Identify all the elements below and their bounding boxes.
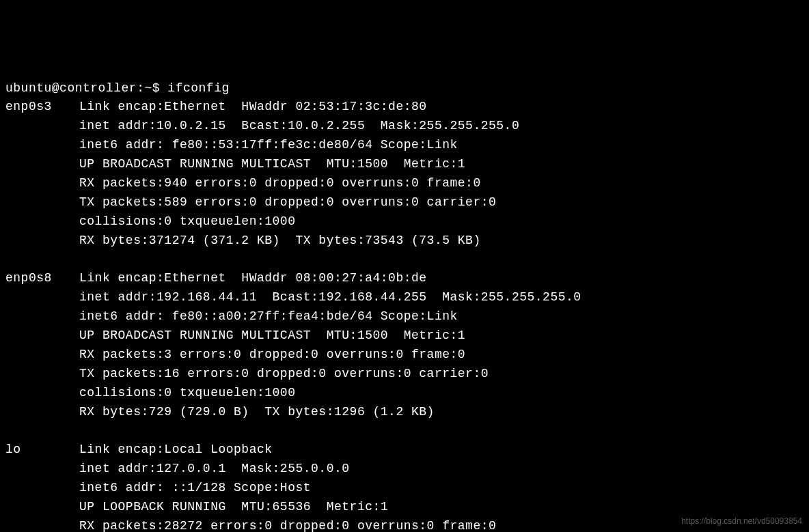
shell-prompt: ubuntu@controller:~$ [5,81,167,95]
command-text: ifconfig [167,81,229,95]
interface-detail: collisions:0 txqueuelen:1000 [5,212,804,232]
interface-block: enp0s8Link encap:Ethernet HWaddr 08:00:2… [5,269,804,421]
interface-detail: inet addr:127.0.0.1 Mask:255.0.0.0 [5,460,804,479]
interface-name: enp0s8 [5,269,79,288]
interface-detail: TX packets:589 errors:0 dropped:0 overru… [5,193,804,212]
interface-detail: Link encap:Local Loopback [79,443,273,456]
watermark-text: https://blog.csdn.net/vd50093854 [681,515,802,528]
interface-detail: collisions:0 txqueuelen:1000 [5,384,804,403]
interface-detail: RX packets:3 errors:0 dropped:0 overruns… [5,346,804,365]
interface-detail: UP BROADCAST RUNNING MULTICAST MTU:1500 … [5,155,804,174]
interface-detail: TX packets:16 errors:0 dropped:0 overrun… [5,365,804,384]
interface-block: enp0s3Link encap:Ethernet HWaddr 02:53:1… [5,98,804,250]
interface-detail: inet addr:10.0.2.15 Bcast:10.0.2.255 Mas… [5,117,804,136]
interface-detail: inet addr:192.168.44.11 Bcast:192.168.44… [5,288,804,307]
interface-detail: RX bytes:729 (729.0 B) TX bytes:1296 (1.… [5,403,804,422]
interface-detail: UP LOOPBACK RUNNING MTU:65536 Metric:1 [5,498,804,517]
interface-detail: RX packets:940 errors:0 dropped:0 overru… [5,174,804,193]
terminal-output[interactable]: ubuntu@controller:~$ ifconfigenp0s3Link … [5,79,804,532]
interface-detail: inet6 addr: fe80::a00:27ff:fea4:bde/64 S… [5,307,804,326]
interface-detail: RX bytes:371274 (371.2 KB) TX bytes:7354… [5,232,804,251]
interface-detail: inet6 addr: fe80::53:17ff:fe3c:de80/64 S… [5,136,804,155]
interface-detail: UP BROADCAST RUNNING MULTICAST MTU:1500 … [5,326,804,346]
interface-detail: Link encap:Ethernet HWaddr 02:53:17:3c:d… [79,100,427,113]
interface-name: enp0s3 [5,98,79,117]
interface-name: lo [5,440,79,460]
interface-detail: inet6 addr: ::1/128 Scope:Host [5,479,804,498]
interface-detail: Link encap:Ethernet HWaddr 08:00:27:a4:0… [79,271,427,285]
